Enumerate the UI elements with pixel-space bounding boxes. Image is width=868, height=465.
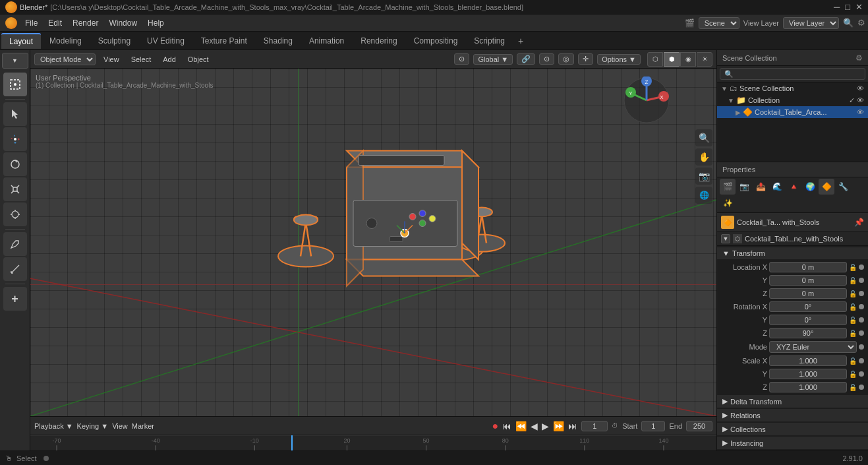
transform-header[interactable]: ▼ Transform <box>717 247 868 259</box>
rot-lock-y-btn[interactable]: 🔓 <box>849 317 857 324</box>
prev-frame-btn[interactable]: ⏪ <box>515 421 527 431</box>
prop-object-icon[interactable]: 🔶 <box>819 179 834 195</box>
rot-anim-z-dot[interactable] <box>859 330 864 336</box>
scale-z-field[interactable]: 1.000 <box>769 382 847 392</box>
menu-help[interactable]: Help <box>142 17 169 29</box>
rot-lock-x-btn[interactable]: 🔓 <box>849 303 857 311</box>
settings-icon[interactable]: ⚙ <box>857 18 865 28</box>
transform-space-btn[interactable]: Global ▼ <box>473 54 513 65</box>
camera-btn[interactable]: 📷 <box>695 168 712 185</box>
mode-selector[interactable]: ▼ <box>2 53 28 69</box>
prop-scene-props-icon[interactable]: 🔺 <box>786 179 801 195</box>
play-btn[interactable]: ▶ <box>542 421 549 431</box>
view-menu[interactable]: View <box>100 54 123 65</box>
lock-z-btn[interactable]: 🔓 <box>849 290 857 297</box>
outliner-search-input[interactable] <box>720 68 865 80</box>
move-tool[interactable] <box>3 127 27 151</box>
pan-btn[interactable]: ✋ <box>695 148 712 166</box>
prop-world-icon[interactable]: 🌍 <box>802 179 818 195</box>
view-dropdown[interactable]: View <box>112 422 128 430</box>
minimize-btn[interactable]: ─ <box>834 2 840 12</box>
start-frame-input[interactable] <box>641 421 665 431</box>
maximize-btn[interactable]: □ <box>845 2 850 12</box>
end-frame-input[interactable] <box>686 421 712 431</box>
scale-x-field[interactable]: 1.000 <box>769 356 847 366</box>
object-row-selected[interactable]: ▶ 🔶 Cocktail_Table_Arca... 👁 <box>717 106 868 118</box>
menu-window[interactable]: Window <box>103 17 142 29</box>
collection-visibility-toggle[interactable]: ✓ <box>849 96 855 105</box>
mode-anim-dot[interactable] <box>859 344 864 350</box>
jump-to-start-btn[interactable]: ⏮ <box>502 421 511 431</box>
overlay-btn[interactable]: ◎ <box>558 53 574 65</box>
menu-render[interactable]: Render <box>67 17 103 29</box>
scene-collection-row[interactable]: ▼ 🗂 Scene Collection 👁 <box>717 82 868 94</box>
location-z-field[interactable]: 0 m <box>769 288 847 299</box>
prop-output-icon[interactable]: 📤 <box>753 179 768 195</box>
location-x-field[interactable]: 0 m <box>769 262 847 272</box>
object-mode-dropdown[interactable]: Object Mode <box>34 53 96 65</box>
scale-anim-x-dot[interactable] <box>859 358 864 363</box>
rotation-y-field[interactable]: 0° <box>769 315 847 325</box>
tab-uv-editing[interactable]: UV Editing <box>139 34 192 48</box>
search-icon[interactable]: 🔍 <box>843 18 854 28</box>
snap-btn[interactable]: 🔗 <box>517 53 535 65</box>
prop-scene-icon[interactable]: 🎬 <box>720 179 736 195</box>
tab-layout[interactable]: Layout <box>1 33 41 49</box>
anim-y-dot[interactable] <box>859 278 864 283</box>
menu-edit[interactable]: Edit <box>43 17 67 29</box>
scale-anim-y-dot[interactable] <box>859 371 864 377</box>
menu-file[interactable]: File <box>20 17 43 29</box>
annotate-tool[interactable] <box>3 232 27 256</box>
proportional-edit-btn[interactable]: ⊙ <box>539 53 554 65</box>
wireframe-shading-btn[interactable]: ⬡ <box>647 52 663 67</box>
collections-header[interactable]: ▶ Collections <box>717 423 868 435</box>
rotation-mode-dropdown[interactable]: XYZ Euler <box>769 341 857 353</box>
menu-logo[interactable] <box>3 16 20 30</box>
select-menu[interactable]: Select <box>127 54 156 65</box>
jump-to-end-btn[interactable]: ⏭ <box>568 421 577 431</box>
options-btn[interactable]: Options ▼ <box>597 54 641 65</box>
scale-lock-y-btn[interactable]: 🔓 <box>849 371 857 378</box>
scale-anim-z-dot[interactable] <box>859 385 864 390</box>
rendered-shading-btn[interactable]: ☀ <box>697 52 712 67</box>
prop-render-icon[interactable]: 📷 <box>736 179 752 195</box>
object-menu[interactable]: Object <box>184 54 213 65</box>
active-object-pin-btn[interactable]: 📌 <box>854 218 864 227</box>
rotation-z-field[interactable]: 90° <box>769 328 847 338</box>
lock-x-btn[interactable]: 🔓 <box>849 264 857 271</box>
tab-texture-paint[interactable]: Texture Paint <box>193 34 255 48</box>
collection-eye[interactable]: 👁 <box>857 96 864 104</box>
close-btn[interactable]: ✕ <box>855 2 863 12</box>
tab-scripting[interactable]: Scripting <box>466 34 513 48</box>
add-tool[interactable]: + <box>3 287 27 311</box>
current-frame-input[interactable] <box>581 421 608 431</box>
tab-animation[interactable]: Animation <box>301 34 352 48</box>
prop-modifier-icon[interactable]: 🔧 <box>835 179 851 195</box>
scale-y-field[interactable]: 1.000 <box>769 369 847 379</box>
next-frame-btn[interactable]: ⏩ <box>553 421 564 431</box>
rotate-tool[interactable] <box>3 152 27 176</box>
scale-lock-z-btn[interactable]: 🔓 <box>849 384 857 391</box>
transform-tool[interactable] <box>3 202 27 226</box>
zoom-to-fit-btn[interactable]: 🔍 <box>695 129 712 146</box>
object-eye[interactable]: 👁 <box>857 108 864 116</box>
select-box-tool[interactable] <box>3 73 27 96</box>
measure-tool[interactable] <box>3 257 27 281</box>
keying-dropdown[interactable]: Keying ▼ <box>77 422 109 430</box>
anim-x-dot[interactable] <box>859 264 864 270</box>
outliner-filter-btn[interactable]: ⚙ <box>855 53 863 63</box>
tab-rendering[interactable]: Rendering <box>353 34 405 48</box>
tab-compositing[interactable]: Compositing <box>406 34 466 48</box>
relations-header[interactable]: ▶ Relations <box>717 409 868 421</box>
rot-lock-z-btn[interactable]: 🔓 <box>849 330 857 337</box>
cursor-tool[interactable] <box>3 102 27 126</box>
gizmo-btn[interactable]: ✛ <box>578 53 593 65</box>
rot-anim-x-dot[interactable] <box>859 304 864 309</box>
lock-y-btn[interactable]: 🔓 <box>849 277 857 284</box>
rotation-x-field[interactable]: 0° <box>769 301 847 312</box>
delta-transform-header[interactable]: ▶ Delta Transform <box>717 395 868 408</box>
playback-dropdown[interactable]: Playback ▼ <box>34 422 73 430</box>
scale-tool[interactable] <box>3 177 27 201</box>
solid-shading-btn[interactable]: ⬢ <box>664 52 680 67</box>
record-btn[interactable]: ● <box>492 421 499 431</box>
